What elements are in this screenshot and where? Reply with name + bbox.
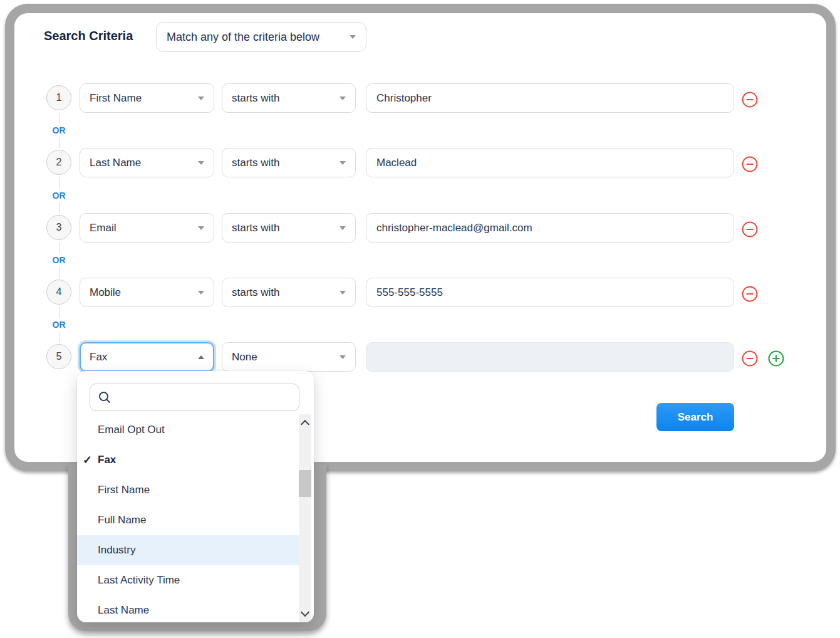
or-label: OR <box>52 189 66 202</box>
checkmark-icon: ✓ <box>83 453 92 467</box>
field-dropdown-panel: Email Opt Out ✓ Fax First Name Full Name… <box>77 371 314 622</box>
chevron-down-icon <box>198 161 204 165</box>
field-select[interactable]: Last Name <box>80 148 214 177</box>
or-label: OR <box>52 318 66 332</box>
match-mode-value: Match any of the criteria below <box>167 31 319 44</box>
value-input[interactable]: christopher-maclead@gmail.com <box>366 213 734 243</box>
minus-circle-icon <box>741 155 759 173</box>
field-select-value: Mobile <box>90 286 121 299</box>
field-select[interactable]: First Name <box>80 83 214 113</box>
chevron-down-icon <box>198 97 204 100</box>
criteria-row-2: 2 Last Name starts with Maclead <box>0 148 840 177</box>
value-input-disabled <box>366 342 734 372</box>
operator-select[interactable]: starts with <box>222 213 356 243</box>
row-number-badge: 4 <box>46 280 71 305</box>
option-label: Full Name <box>98 514 146 526</box>
scroll-up-icon[interactable] <box>301 420 309 429</box>
criteria-row-3: 3 Email starts with christopher-maclead@… <box>0 213 840 243</box>
remove-criterion-button[interactable] <box>741 350 759 367</box>
minus-circle-icon <box>741 285 759 303</box>
remove-criterion-button[interactable] <box>741 221 759 238</box>
chevron-down-icon <box>340 226 346 230</box>
dropdown-scrollbar[interactable] <box>299 414 311 622</box>
dropdown-option[interactable]: Last Name <box>77 595 299 622</box>
value-input[interactable]: Maclead <box>366 148 734 177</box>
chevron-down-icon <box>198 226 204 230</box>
option-label: First Name <box>98 484 150 496</box>
option-label: Email Opt Out <box>98 424 165 436</box>
operator-select[interactable]: starts with <box>222 83 356 113</box>
chevron-up-icon <box>198 355 204 359</box>
or-label: OR <box>52 253 66 267</box>
operator-select[interactable]: None <box>222 342 356 372</box>
field-select-value: First Name <box>90 92 142 105</box>
criteria-row-1: 1 First Name starts with Christopher <box>0 83 840 113</box>
field-select[interactable]: Mobile <box>80 278 214 307</box>
option-label: Fax <box>98 454 116 466</box>
add-criterion-button[interactable] <box>767 350 785 367</box>
value-input[interactable]: Christopher <box>366 83 734 113</box>
operator-select-value: starts with <box>232 157 280 169</box>
chevron-down-icon <box>340 291 346 295</box>
dropdown-option-list: Email Opt Out ✓ Fax First Name Full Name… <box>77 415 299 622</box>
dropdown-option[interactable]: Full Name <box>77 505 299 535</box>
scrollbar-thumb[interactable] <box>299 470 311 497</box>
or-label: OR <box>52 123 66 137</box>
option-label: Last Name <box>98 604 149 617</box>
match-mode-select[interactable]: Match any of the criteria below <box>156 22 366 52</box>
field-select-value: Last Name <box>90 157 141 169</box>
row-number-badge: 1 <box>46 85 71 110</box>
value-input[interactable]: 555-555-5555 <box>366 278 734 307</box>
minus-circle-icon <box>741 91 759 108</box>
field-select[interactable]: Email <box>80 213 214 243</box>
search-icon <box>98 390 111 404</box>
chevron-down-icon <box>350 35 356 39</box>
plus-circle-icon <box>767 350 785 367</box>
dropdown-option-hovered[interactable]: Industry <box>77 535 299 565</box>
row-number-badge: 5 <box>46 344 71 369</box>
or-connector: OR <box>49 243 68 278</box>
operator-select-value: starts with <box>232 286 280 299</box>
or-connector: OR <box>49 113 68 148</box>
search-button[interactable]: Search <box>656 403 734 431</box>
field-select-open[interactable]: Fax <box>80 342 214 372</box>
chevron-down-icon <box>340 161 346 165</box>
option-label: Industry <box>98 544 135 557</box>
dropdown-search-input[interactable] <box>90 384 299 411</box>
remove-criterion-button[interactable] <box>741 155 759 173</box>
chevron-down-icon <box>340 97 346 100</box>
dropdown-option[interactable]: First Name <box>77 475 299 505</box>
remove-criterion-button[interactable] <box>741 91 759 108</box>
page-title: Search Criteria <box>44 29 133 43</box>
operator-select[interactable]: starts with <box>222 278 356 307</box>
criteria-row-5: 5 Fax None <box>0 342 840 372</box>
field-select-value: Email <box>90 222 117 234</box>
or-connector: OR <box>49 307 68 342</box>
criteria-row-4: 4 Mobile starts with 555-555-5555 <box>0 278 840 307</box>
screenshot-stage: Search Criteria Match any of the criteri… <box>0 0 840 638</box>
minus-circle-icon <box>741 350 759 367</box>
scroll-down-icon[interactable] <box>301 608 309 617</box>
option-label: Last Activity Time <box>98 574 180 587</box>
operator-select-value: None <box>232 351 257 363</box>
remove-criterion-button[interactable] <box>741 285 759 303</box>
dropdown-option[interactable]: Last Activity Time <box>77 565 299 595</box>
row-number-badge: 3 <box>46 215 71 240</box>
dropdown-option[interactable]: Email Opt Out <box>77 415 299 445</box>
row-number-badge: 2 <box>46 150 71 175</box>
minus-circle-icon <box>741 221 759 238</box>
dropdown-option-selected[interactable]: ✓ Fax <box>77 445 299 475</box>
chevron-down-icon <box>198 291 204 295</box>
chevron-down-icon <box>340 355 346 359</box>
operator-select[interactable]: starts with <box>222 148 356 177</box>
operator-select-value: starts with <box>232 92 280 105</box>
field-select-value: Fax <box>90 351 107 363</box>
operator-select-value: starts with <box>232 222 280 234</box>
or-connector: OR <box>49 177 68 213</box>
